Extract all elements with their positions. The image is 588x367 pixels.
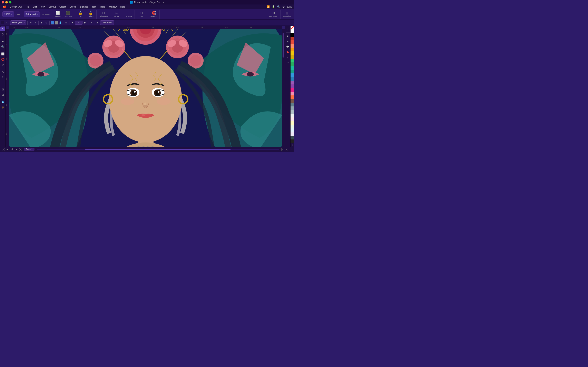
zoom-out-button[interactable]: -: [281, 148, 284, 151]
alignment-button[interactable]: ⊟ Alignment: [98, 10, 109, 19]
menu-layout[interactable]: Layout: [47, 5, 57, 8]
node-tool-1[interactable]: ◈: [40, 20, 44, 25]
menu-object[interactable]: Object: [58, 5, 68, 8]
bookmark-panel-btn[interactable]: 🔖: [285, 50, 290, 54]
fill-panel-btn[interactable]: ◼: [285, 34, 290, 39]
add-node-button[interactable]: ⊕: [29, 20, 33, 25]
maximize-button[interactable]: [9, 1, 11, 3]
mesh-fill-tool[interactable]: ⊞: [0, 92, 5, 97]
properties-panel-btn[interactable]: ⊠: [285, 39, 290, 44]
color-swatch-18[interactable]: [291, 99, 294, 103]
delete-node-button[interactable]: ⊖: [33, 20, 37, 25]
text-tool[interactable]: A: [0, 69, 5, 74]
settings-button[interactable]: ⋯: [290, 148, 292, 151]
color-swatch-19[interactable]: [291, 103, 294, 106]
menu-text[interactable]: Text: [90, 5, 98, 8]
horizontal-scrollbar[interactable]: [37, 149, 279, 150]
color-swatch-8[interactable]: [291, 62, 294, 66]
color-swatch-9[interactable]: [291, 66, 294, 70]
transparent-swatch[interactable]: [291, 26, 294, 29]
color-swatch-0[interactable]: [291, 33, 294, 37]
transparency-input[interactable]: [75, 21, 82, 25]
prev-page-button[interactable]: ◀: [7, 148, 8, 151]
color-swatch-1[interactable]: [291, 37, 294, 40]
arrange-button[interactable]: ⊞ Arrange: [124, 10, 134, 19]
color-swatch-20[interactable]: [291, 106, 294, 110]
color-swatch-2[interactable]: [291, 40, 294, 44]
color-swatch-24[interactable]: [291, 121, 294, 125]
color-swatch-5[interactable]: [291, 51, 294, 55]
history-panel-btn[interactable]: ↩: [285, 60, 290, 65]
color-swatch-23[interactable]: [291, 117, 294, 121]
show-mesh-button[interactable]: ⊞: [95, 20, 99, 25]
controlcenter-icon[interactable]: ⚙: [282, 5, 285, 8]
group-button[interactable]: ⬜ Group: [53, 10, 63, 19]
color-swatch-15[interactable]: [291, 88, 294, 92]
ellipse-tool[interactable]: ⭕: [0, 57, 5, 62]
t2-arrow-left[interactable]: ◀: [70, 20, 75, 25]
add-page-after-button[interactable]: +: [19, 148, 22, 151]
page-tab[interactable]: Page 1: [24, 148, 35, 151]
color-swatch-22[interactable]: [291, 114, 294, 117]
color-swatch-10[interactable]: [291, 70, 294, 73]
color-swatch-4[interactable]: [291, 48, 294, 51]
color-swatch-3[interactable]: [291, 44, 294, 48]
smear-tool[interactable]: 〰: [0, 80, 5, 85]
drawing-canvas[interactable]: [9, 29, 282, 147]
menu-window[interactable]: Window: [107, 5, 118, 8]
align-center-button[interactable]: ≡: [89, 20, 93, 25]
node-tool-2[interactable]: ◇: [44, 20, 48, 25]
menu-edit[interactable]: Edit: [31, 5, 38, 8]
comment-panel-btn[interactable]: 💬: [285, 44, 290, 49]
color-swatch-29[interactable]: [291, 140, 294, 143]
transform-panel-btn[interactable]: ⇔: [285, 26, 290, 31]
crop-tool[interactable]: ⊡: [0, 87, 5, 92]
menu-coreldraw[interactable]: CorelDRAW: [8, 5, 24, 8]
color-swatch-7[interactable]: [291, 59, 294, 62]
add-page-button[interactable]: +: [2, 148, 5, 151]
vertical-scrollbar[interactable]: [282, 29, 285, 147]
color-swatch-12[interactable]: [291, 77, 294, 81]
ungroup-button[interactable]: ⬛ Ungroup: [63, 10, 73, 19]
next-page-button[interactable]: ▶: [16, 148, 17, 151]
menu-file[interactable]: File: [24, 5, 31, 8]
color-swatch-28[interactable]: [291, 136, 294, 140]
zoom-tool[interactable]: 🔍: [0, 44, 5, 49]
color-swatch-17[interactable]: [291, 95, 294, 99]
horizontal-scrollbar-thumb[interactable]: [85, 149, 231, 150]
menu-table[interactable]: Table: [98, 5, 107, 8]
menu-help[interactable]: Help: [119, 5, 127, 8]
menu-bitmaps[interactable]: Bitmaps: [78, 5, 90, 8]
shape-type-dropdown[interactable]: Rectangular ▼: [10, 20, 26, 25]
vertical-scrollbar-thumb[interactable]: [283, 33, 284, 58]
color-swatch-21[interactable]: [291, 110, 294, 114]
unlock-button[interactable]: 🔓 Unlock: [86, 10, 95, 19]
search-icon[interactable]: 🔍: [277, 5, 280, 8]
palette-scroll-down[interactable]: ▼: [291, 143, 294, 147]
get-more-button[interactable]: ⊕ Get More...: [268, 10, 279, 19]
color-swatch-6[interactable]: [291, 55, 294, 59]
color-swatch-16[interactable]: [291, 92, 294, 95]
freehand-tool[interactable]: ✒: [0, 39, 5, 44]
close-button[interactable]: [2, 1, 4, 3]
menu-effects[interactable]: Effects: [68, 5, 78, 8]
calligraphy-tool[interactable]: ✏: [0, 75, 5, 79]
blend-mode-button[interactable]: ⊠: [64, 20, 68, 25]
eyedropper-tool[interactable]: 💧: [0, 99, 5, 104]
polygon-tool[interactable]: ◇: [0, 62, 5, 67]
inspectors-button[interactable]: ⊞ Inspectors: [281, 10, 292, 19]
color-swatch-14[interactable]: [291, 84, 294, 88]
color-swatch-25[interactable]: [291, 125, 294, 128]
menu-view[interactable]: View: [39, 5, 47, 8]
fill-color-box[interactable]: [51, 21, 54, 25]
select-tool[interactable]: ↖: [0, 26, 5, 31]
node-tool[interactable]: ⬡: [0, 32, 5, 37]
view-button[interactable]: ⬡ View: [136, 10, 146, 19]
color-swatch-13[interactable]: [291, 81, 294, 84]
snap-to-button[interactable]: 🧲 Snap To: [149, 10, 159, 19]
rectangle-tool[interactable]: ⬜: [0, 51, 5, 56]
mirror-button[interactable]: ⇔ Mirror: [112, 10, 121, 19]
lock-button[interactable]: 🔒 Lock: [76, 10, 85, 19]
stroke-color-box[interactable]: [55, 21, 58, 25]
apple-menu[interactable]: 🍎: [1, 5, 8, 9]
